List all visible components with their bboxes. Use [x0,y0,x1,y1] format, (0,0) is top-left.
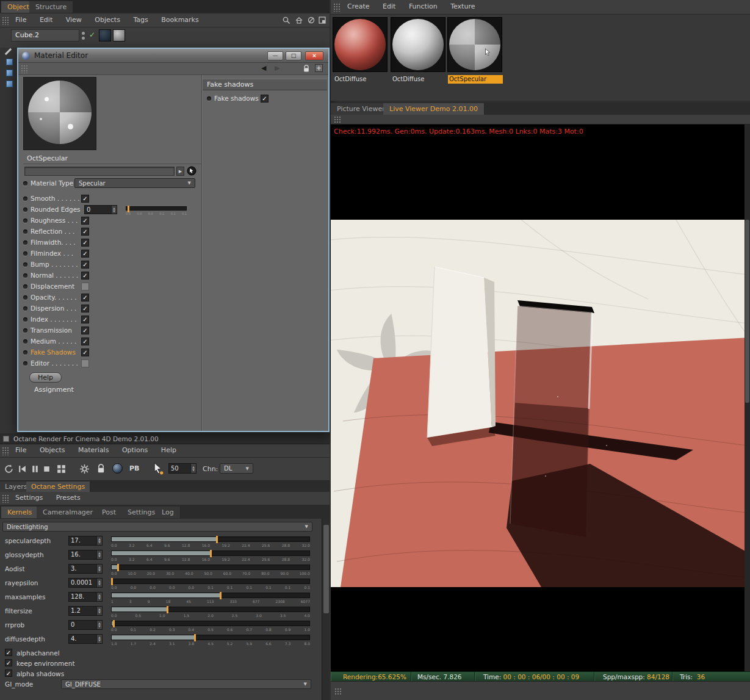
material-editor-titlebar[interactable]: Material Editor — □ × [18,49,328,63]
pick-pointer-icon[interactable] [151,462,164,477]
tab-octane-settings[interactable]: Octane Settings [26,482,90,492]
spinner-arrows-icon[interactable]: ▲▼ [96,536,102,545]
tab-post[interactable]: Post [96,507,123,518]
channel-checkbox[interactable]: ✓ [81,195,89,203]
spinner-arrows-icon[interactable]: ▲▼ [96,621,102,629]
nav-forward-icon[interactable]: ▶ [275,64,279,72]
spinner-arrows-icon[interactable]: ▲▼ [96,607,102,615]
panel-grip[interactable] [1,16,9,25]
tab-log[interactable]: Log [156,507,181,518]
render-sphere-icon[interactable] [112,463,123,474]
lock-icon[interactable] [303,65,310,74]
channel-label[interactable]: Rounded Edges [31,206,81,213]
panel-grip[interactable] [333,2,340,12]
channel-checkbox[interactable]: ✓ [81,272,89,280]
menu-options[interactable]: Options [117,444,153,456]
channel-label[interactable]: Opacity. . . . . . [31,294,77,301]
kernel-param-spinner[interactable]: 3.▲▼ [68,564,103,574]
assignment-label[interactable]: Assignment [34,386,74,394]
visibility-dots-icon[interactable] [82,32,85,40]
menu-edit[interactable]: Edit [34,13,58,26]
menu-texture[interactable]: Texture [445,0,480,13]
kernel-option-checkbox[interactable]: ✓ [5,659,12,666]
search-icon[interactable] [282,16,290,26]
spinner-arrows-icon[interactable]: ▲▼ [96,579,102,587]
node-editor-icon[interactable] [187,166,197,178]
panel-grip[interactable] [1,494,9,503]
nav-back-icon[interactable]: ◀ [261,64,266,72]
channel-checkbox[interactable]: ✓ [81,228,89,236]
tab-live-viewer[interactable]: Live Viewer Demo 2.01.00 [383,103,485,115]
menu-create[interactable]: Create [342,0,375,13]
material-name[interactable]: OctDiffuse [391,75,446,84]
menu-help[interactable]: Help [156,444,182,456]
home-icon[interactable] [295,16,303,26]
channel-label[interactable]: Editor . . . . . . . [31,359,78,367]
gi-mode-dropdown[interactable]: GI_DIFFUSE▼ [61,679,311,689]
panel-grip[interactable] [333,115,341,123]
channel-label[interactable]: Smooth . . . . . . [31,195,80,202]
kernel-param-spinner[interactable]: 0.0001▲▼ [68,578,103,588]
channel-checkbox[interactable]: ✓ [81,261,89,269]
octane-titlebar[interactable]: Octane Render For Cinema 4D Demo 2.01.00 [0,433,330,444]
spinner-arrows-icon[interactable]: ▲▼ [96,550,102,559]
material-name[interactable]: OctDiffuse [333,75,388,84]
new-panel-icon[interactable]: + [315,64,323,72]
channel-dropdown[interactable]: DL▼ [220,463,253,474]
expand-arrow-button[interactable]: ▶ [176,167,184,176]
close-button[interactable]: × [305,51,323,60]
kernel-param-spinner[interactable]: 0▲▼ [68,620,103,630]
lock-resolution-icon[interactable] [96,464,106,475]
skip-start-icon[interactable] [17,464,27,476]
channel-label[interactable]: Filmindex . . . [31,250,73,257]
scrollbar-thumb[interactable] [323,525,329,613]
help-button[interactable]: Help [29,372,62,383]
minimize-button[interactable]: — [267,51,283,60]
fake-shadows-checkbox[interactable]: ✓ [261,95,269,103]
frame-icon[interactable] [318,16,326,26]
material-swatch[interactable]: OctDiffuse [333,17,388,72]
kernel-param-slider[interactable] [111,565,310,570]
material-name-input[interactable] [24,167,175,176]
panel-grip[interactable] [20,64,28,73]
channel-label[interactable]: Dispersion . . . [31,305,76,312]
channel-label[interactable]: Normal . . . . . . [31,272,78,279]
menu-objects[interactable]: Objects [34,444,71,456]
spinner-arrows-icon[interactable]: ▲▼ [96,593,102,601]
channel-checkbox[interactable]: ✓ [81,348,89,356]
tab-picture-viewer[interactable]: Picture Viewer [331,103,392,115]
tab-structure[interactable]: Structure [29,1,73,13]
restart-render-icon[interactable] [4,464,14,476]
render-viewport[interactable]: Check:11.992ms. Gen:0ms. Update:0.163ms.… [331,124,750,671]
octane-scrollbar[interactable] [322,519,330,700]
menu-edit[interactable]: Edit [377,0,401,13]
channel-label[interactable]: Transmission [31,327,72,334]
channel-label[interactable]: Displacement [31,283,74,290]
texture-tag-thumbnail[interactable] [99,29,111,41]
kernel-param-spinner[interactable]: 128.▲▼ [68,592,103,602]
kernel-option-checkbox[interactable]: ✓ [5,669,12,677]
material-preview[interactable] [23,77,96,150]
menu-view[interactable]: View [60,13,87,26]
channel-checkbox[interactable]: ✓ [81,316,89,323]
spinner-arrows-icon[interactable]: ▲▼ [190,464,196,473]
kernel-param-spinner[interactable]: 17.▲▼ [68,536,103,546]
kernel-param-spinner[interactable]: 16.▲▼ [68,550,103,560]
tab-cameraimager[interactable]: CameraImager [37,507,99,518]
menu-materials[interactable]: Materials [73,444,114,456]
channel-checkbox[interactable]: ✓ [81,250,89,258]
tab-kernels[interactable]: Kernels [1,507,38,518]
channel-checkbox[interactable]: ✓ [81,239,89,247]
subtab-settings[interactable]: Settings [10,492,48,504]
enabled-check-icon[interactable]: ✓ [89,31,95,39]
spinner-arrows-icon[interactable]: ▲▼ [111,206,117,214]
rounded-edges-slider[interactable]: 0.00.00.00.10.10.1 [126,205,189,215]
channel-checkbox[interactable]: ✓ [81,327,89,334]
menu-bookmarks[interactable]: Bookmarks [156,13,204,26]
channel-checkbox[interactable]: ✓ [81,305,89,312]
maximize-button[interactable]: □ [286,51,301,60]
pb-button[interactable]: PB [129,464,139,472]
channel-checkbox[interactable]: ✓ [81,337,89,345]
material-swatch[interactable]: OctDiffuse [391,17,445,72]
channel-label[interactable]: Reflection . . . [31,228,74,235]
